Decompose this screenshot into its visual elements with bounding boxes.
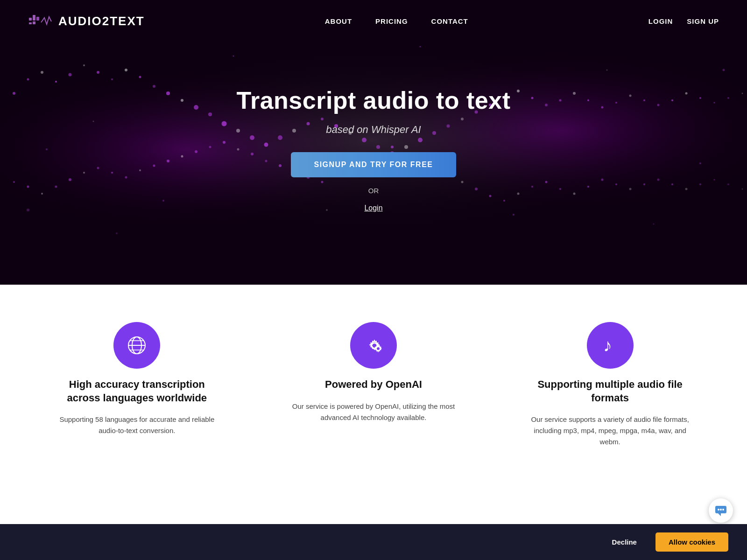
- svg-point-65: [55, 186, 57, 188]
- svg-point-16: [111, 78, 113, 80]
- svg-point-55: [657, 104, 660, 106]
- svg-point-106: [629, 188, 632, 190]
- main-nav: ABOUT PRICING CONTACT: [325, 17, 468, 25]
- svg-point-71: [139, 169, 141, 171]
- svg-point-21: [181, 99, 183, 102]
- svg-point-123: [699, 162, 701, 164]
- svg-point-127: [723, 69, 725, 71]
- svg-point-17: [125, 69, 127, 71]
- site-header: AUDIO2TEXT ABOUT PRICING CONTACT LOGIN S…: [0, 0, 747, 42]
- svg-point-24: [222, 121, 227, 126]
- svg-point-117: [162, 200, 164, 202]
- svg-text:♪: ♪: [603, 336, 612, 355]
- svg-point-54: [643, 99, 645, 101]
- svg-point-53: [629, 95, 632, 97]
- svg-point-13: [69, 73, 72, 77]
- feature-desc-accuracy: Supporting 58 languages for accurate and…: [53, 414, 221, 436]
- svg-point-19: [153, 85, 155, 88]
- svg-point-108: [657, 179, 660, 181]
- svg-point-100: [545, 181, 548, 183]
- svg-point-72: [153, 165, 155, 167]
- svg-point-115: [46, 148, 48, 150]
- svg-point-76: [209, 146, 211, 148]
- svg-point-20: [166, 91, 170, 95]
- svg-point-63: [27, 186, 29, 188]
- svg-point-77: [223, 141, 226, 144]
- svg-point-104: [601, 179, 604, 181]
- signup-cta-button[interactable]: SIGNUP AND TRY FOR FREE: [291, 152, 457, 177]
- svg-point-61: [742, 93, 743, 94]
- svg-point-124: [653, 224, 655, 225]
- svg-point-22: [194, 105, 198, 110]
- nav-about[interactable]: ABOUT: [325, 17, 352, 25]
- svg-point-47: [545, 104, 548, 106]
- svg-point-69: [111, 172, 113, 174]
- feature-card-formats: ♪ Supporting multiple audio file formats…: [526, 322, 694, 448]
- svg-point-46: [531, 97, 534, 99]
- svg-point-126: [116, 232, 118, 234]
- logo-text: AUDIO2TEXT: [58, 14, 145, 28]
- signup-link-header[interactable]: SIGN UP: [687, 17, 719, 25]
- svg-point-110: [685, 188, 688, 190]
- logo-icon: [28, 8, 54, 34]
- svg-point-67: [83, 172, 85, 174]
- svg-point-60: [727, 97, 729, 99]
- svg-point-58: [699, 97, 701, 99]
- svg-point-14: [83, 64, 85, 66]
- feature-card-openai: Powered by OpenAI Our service is powered…: [289, 322, 458, 423]
- svg-point-9: [13, 92, 15, 95]
- svg-point-122: [606, 70, 608, 71]
- svg-point-114: [742, 189, 743, 190]
- svg-point-68: [97, 167, 99, 169]
- logo[interactable]: AUDIO2TEXT: [28, 8, 145, 34]
- feature-title-formats: Supporting multiple audio file formats: [526, 378, 694, 405]
- feature-desc-formats: Our service supports a variety of audio …: [526, 414, 694, 448]
- svg-point-15: [97, 71, 99, 74]
- hero-title: Transcript audio to text: [237, 86, 511, 114]
- svg-point-51: [601, 106, 604, 109]
- svg-point-109: [671, 183, 673, 185]
- svg-point-99: [531, 186, 533, 188]
- svg-point-50: [587, 99, 589, 101]
- svg-point-12: [55, 81, 57, 83]
- hero-content: Transcript audio to text based on Whispe…: [237, 86, 511, 212]
- svg-rect-4: [33, 21, 35, 24]
- svg-point-102: [573, 193, 576, 195]
- svg-point-73: [167, 160, 169, 162]
- login-link-hero[interactable]: Login: [364, 204, 382, 212]
- svg-point-66: [69, 178, 71, 181]
- svg-point-23: [208, 112, 212, 116]
- svg-point-113: [727, 183, 729, 185]
- svg-point-121: [513, 214, 514, 216]
- globe-icon: [125, 334, 148, 357]
- svg-point-105: [615, 183, 617, 185]
- svg-point-11: [41, 71, 43, 74]
- svg-point-59: [714, 102, 715, 104]
- svg-point-49: [573, 92, 576, 95]
- feature-icon-globe: [113, 322, 160, 369]
- svg-point-64: [41, 193, 43, 195]
- svg-point-10: [27, 78, 29, 81]
- features-section: High accuracy transcription across langu…: [0, 285, 747, 476]
- svg-point-116: [93, 121, 94, 122]
- hero-subtitle: based on Whisper AI: [326, 124, 421, 136]
- nav-pricing[interactable]: PRICING: [375, 17, 408, 25]
- svg-point-74: [181, 155, 183, 158]
- feature-title-openai: Powered by OpenAI: [325, 378, 422, 392]
- auth-area: LOGIN SIGN UP: [648, 17, 719, 25]
- svg-rect-1: [33, 15, 35, 21]
- hero-section: Transcript audio to text based on Whispe…: [0, 0, 747, 285]
- svg-point-52: [615, 102, 617, 104]
- or-separator: OR: [368, 187, 379, 195]
- login-link-header[interactable]: LOGIN: [648, 17, 673, 25]
- svg-rect-0: [29, 18, 32, 21]
- music-icon: ♪: [599, 334, 622, 357]
- feature-title-accuracy: High accuracy transcription across langu…: [53, 378, 221, 405]
- svg-point-62: [13, 181, 15, 183]
- svg-point-56: [671, 99, 673, 101]
- svg-point-101: [559, 188, 561, 190]
- feature-desc-openai: Our service is powered by OpenAI, utiliz…: [289, 401, 458, 423]
- feature-card-accuracy: High accuracy transcription across langu…: [53, 322, 221, 436]
- svg-point-107: [643, 183, 645, 185]
- nav-contact[interactable]: CONTACT: [431, 17, 468, 25]
